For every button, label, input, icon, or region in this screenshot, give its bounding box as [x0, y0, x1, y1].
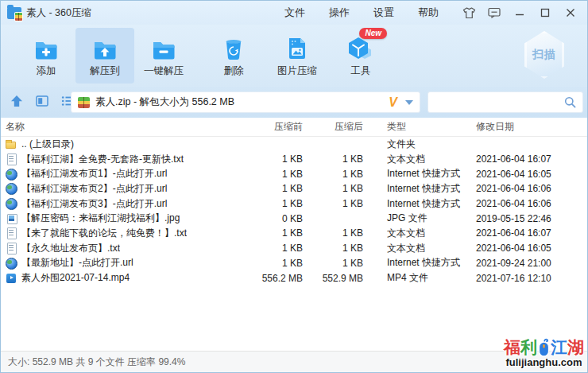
size-after: 1 KB [303, 243, 363, 254]
up-level-icon[interactable] [10, 95, 23, 111]
table-row[interactable]: 【永久地址发布页】.txt 1 KB 1 KB 文本文档 2021-06-04 … [6, 241, 587, 256]
one-click-extract-button[interactable]: 一键解压 [134, 28, 193, 84]
image-file-icon [287, 33, 308, 60]
size-after: 1 KB [303, 153, 363, 165]
file-type: Internet 快捷方式 [363, 182, 471, 196]
extract-folder-icon [92, 33, 118, 60]
file-date: 2019-05-15 22:46 [471, 213, 587, 224]
file-name: 【最新地址】-点此打开.url [21, 256, 133, 270]
table-row[interactable]: 【福利江湖发布页2】-点此打开.url 1 KB 1 KB Internet 快… [6, 181, 587, 196]
table-row[interactable]: 【最新地址】-点此打开.url 1 KB 1 KB Internet 快捷方式 … [6, 256, 587, 271]
list-column-headers: 名称 压缩前 压缩后 类型 修改日期 [1, 118, 587, 137]
archive-path-combobox[interactable]: 素人.zip - 解包大小为 556.2 MB V [71, 91, 420, 113]
skin-icon[interactable] [458, 3, 479, 22]
toolbar-label: 图片压缩 [277, 64, 317, 78]
nav-icons [10, 95, 71, 111]
watermark-char: 福 [504, 339, 520, 356]
size-before: 556.2 MB [258, 273, 303, 284]
menu-help[interactable]: 帮助 [406, 1, 451, 25]
table-row[interactable]: .. (上级目录) 文件夹 [6, 137, 587, 152]
toolbar-label: 一键解压 [144, 64, 184, 78]
file-name: 【解压密码：来福利江湖找福利】.jpg [21, 212, 180, 225]
mouse-icon [538, 338, 550, 357]
size-before: 0 KB [258, 213, 303, 224]
watermark-char: 利 [520, 339, 537, 356]
file-date: 2021-07-16 12:10 [471, 273, 587, 284]
size-before: 1 KB [258, 153, 303, 165]
menu-operation[interactable]: 操作 [317, 1, 362, 25]
size-before: 1 KB [258, 183, 303, 194]
file-date: 2021-09-24 21:00 [471, 258, 587, 269]
size-before: 1 KB [258, 198, 303, 209]
table-row[interactable]: 【福利江湖发布页3】-点此打开.url 1 KB 1 KB Internet 快… [6, 196, 587, 212]
column-header-before[interactable]: 压缩前 [258, 120, 303, 134]
file-date: 2021-06-04 16:05 [471, 169, 587, 180]
file-name: 【福利江湖发布页3】-点此打开.url [21, 197, 167, 211]
app-window: 素人 - 360压缩 文件 操作 设置 帮助 [0, 0, 588, 373]
file-type: 文件夹 [363, 138, 471, 151]
minimize-button[interactable] [509, 3, 530, 22]
url-file-icon [6, 258, 17, 269]
close-button[interactable] [560, 3, 581, 22]
file-list: .. (上级目录) 文件夹 【福利江湖】全免费-无套路-更新快.txt 1 KB… [1, 137, 587, 351]
feedback-icon[interactable] [484, 3, 505, 22]
toolbar-label: 工具 [351, 64, 371, 78]
trash-icon [223, 33, 244, 60]
window-title: 素人 - 360压缩 [26, 6, 91, 20]
file-name: 【福利江湖发布页2】-点此打开.url [21, 182, 167, 196]
file-name: 【福利江湖发布页1】-点此打开.url [21, 167, 167, 181]
size-before: 1 KB [258, 227, 303, 239]
watermark-domain: fulijianghu.com [504, 357, 584, 368]
table-row[interactable]: 【福利江湖】全免费-无套路-更新快.txt 1 KB 1 KB 文本文档 202… [6, 152, 587, 167]
search-icon[interactable] [564, 96, 576, 108]
url-file-icon [6, 198, 17, 209]
maximize-button[interactable] [535, 3, 555, 22]
menu-file[interactable]: 文件 [273, 1, 317, 25]
new-badge: New [359, 28, 387, 39]
column-header-after[interactable]: 压缩后 [303, 120, 363, 134]
column-header-name[interactable]: 名称 [6, 120, 258, 134]
zip-file-icon [78, 97, 90, 108]
menu-bar: 文件 操作 设置 帮助 [273, 1, 451, 25]
table-row[interactable]: 【福利江湖发布页1】-点此打开.url 1 KB 1 KB Internet 快… [6, 166, 587, 181]
image-compress-button[interactable]: 图片压缩 [263, 28, 331, 84]
column-header-type[interactable]: 类型 [363, 120, 471, 134]
tools-button[interactable]: New 工具 [331, 28, 390, 84]
menu-settings[interactable]: 设置 [362, 1, 406, 25]
size-before: 1 KB [258, 243, 303, 254]
window-controls [451, 3, 587, 22]
size-before: 1 KB [258, 258, 303, 269]
file-type: 文本文档 [363, 153, 471, 166]
column-header-date[interactable]: 修改日期 [471, 120, 587, 134]
file-name: .. (上级目录) [21, 138, 74, 151]
image-file-icon [6, 213, 17, 224]
search-box [427, 91, 583, 113]
delete-button[interactable]: 删除 [204, 28, 263, 84]
archive-path-label: 素人.zip - 解包大小为 556.2 MB [95, 95, 384, 109]
file-name: 【福利江湖】全免费-无套路-更新快.txt [21, 153, 184, 166]
extract-to-button[interactable]: 解压到 [75, 28, 134, 84]
file-date: 2021-06-04 16:06 [471, 198, 587, 209]
url-file-icon [6, 183, 17, 194]
file-type: 文本文档 [363, 227, 471, 240]
table-row[interactable]: 【来了就能下载的论坛，纯免费！】.txt 1 KB 1 KB 文本文档 2021… [6, 226, 587, 241]
table-row[interactable]: 素人外围2021-07-14.mp4 556.2 MB 552.9 MB MP4… [6, 270, 587, 286]
toolbar-label: 添加 [37, 64, 56, 78]
archive-app-icon [7, 7, 21, 19]
status-bar: 大小: 552.9 MB 共 9 个文件 压缩率 99.4% [1, 351, 587, 372]
preview-pane-icon[interactable] [36, 95, 48, 110]
size-after: 1 KB [303, 198, 363, 209]
file-type: MP4 文件 [363, 271, 471, 285]
search-input[interactable] [428, 92, 564, 112]
table-row[interactable]: 【解压密码：来福利江湖找福利】.jpg 0 KB JPG 文件 2019-05-… [6, 211, 587, 226]
file-date: 2021-06-04 16:06 [471, 183, 587, 194]
one-click-folder-icon [151, 33, 176, 60]
file-name: 素人外围2021-07-14.mp4 [21, 271, 130, 285]
text-file-icon [6, 243, 17, 254]
size-after: 1 KB [303, 227, 363, 239]
chevron-down-icon[interactable] [405, 100, 413, 105]
file-date: 2021-06-04 16:07 [471, 227, 587, 239]
add-button[interactable]: 添加 [17, 28, 75, 84]
folder-icon [6, 138, 17, 150]
file-type: Internet 快捷方式 [363, 197, 471, 211]
